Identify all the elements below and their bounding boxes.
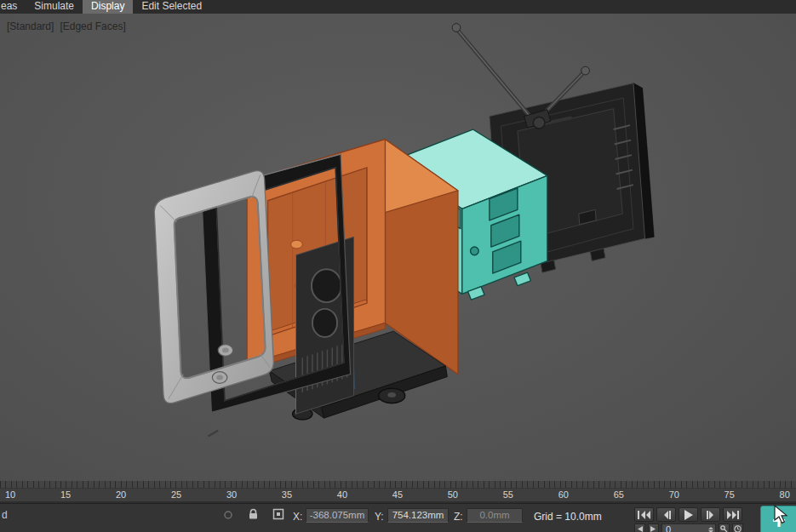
go-to-end-icon [726, 511, 740, 519]
current-frame-value: 0 [666, 524, 671, 532]
key-back-button[interactable] [634, 523, 645, 532]
y-coordinate-field[interactable]: 754.123mm [387, 508, 449, 523]
frame-tick: 25 [171, 489, 181, 500]
arrow-left-icon [637, 526, 643, 532]
key-forward-button[interactable] [648, 523, 659, 532]
prompt-text-partial: d [2, 509, 8, 521]
previous-frame-icon [661, 511, 672, 519]
timeline: 10 15 20 25 30 35 40 45 50 55 60 65 70 7… [0, 481, 796, 503]
frame-tick: 80 [780, 489, 790, 500]
tab-simulate[interactable]: Simulate [26, 0, 83, 14]
grid-origin-mark [208, 431, 218, 437]
x-coordinate-label: X: [293, 511, 302, 523]
playback-controls [634, 507, 742, 522]
frame-tick: 60 [558, 489, 569, 500]
time-configuration-button[interactable] [732, 523, 743, 532]
exploded-tv-model [0, 14, 796, 481]
z-coordinate-field[interactable]: 0.0mm [467, 508, 523, 523]
isolate-selection-icon[interactable] [223, 510, 233, 523]
tab-partial[interactable]: eas [0, 0, 26, 14]
frame-tick: 20 [116, 489, 126, 500]
frame-spinner[interactable] [707, 524, 714, 532]
key-mode-icon [720, 525, 728, 532]
next-frame-button[interactable] [701, 507, 720, 522]
go-to-end-button[interactable] [723, 507, 742, 522]
previous-frame-button[interactable] [656, 507, 676, 522]
frame-tick: 35 [282, 489, 292, 500]
current-frame-field[interactable]: 0 [661, 523, 716, 532]
frame-controls-row: 0 [634, 523, 743, 532]
arrow-right-icon [650, 526, 656, 532]
x-coordinate-field[interactable]: -368.075mm [306, 508, 369, 523]
z-coordinate-label: Z: [454, 511, 463, 523]
absolute-mode-icon[interactable] [272, 508, 284, 523]
frame-tick: 70 [669, 489, 679, 500]
next-frame-icon [706, 511, 716, 519]
ribbon-tab-bar: eas Simulate Display Edit Selected [0, 0, 796, 14]
frame-tick: 10 [5, 489, 15, 500]
selection-lock-icon[interactable] [248, 508, 259, 523]
frame-tick: 50 [448, 489, 458, 500]
go-to-start-button[interactable] [634, 507, 654, 522]
timeline-labels: 10 15 20 25 30 35 40 45 50 55 60 65 70 7… [0, 488, 796, 501]
play-button[interactable] [679, 507, 698, 522]
viewport-label: [Standard] [Edged Faces] [7, 20, 126, 32]
add-button[interactable]: + [760, 506, 796, 532]
frame-tick: 45 [392, 489, 403, 500]
tab-display[interactable]: Display [83, 0, 133, 14]
tab-edit-selected[interactable]: Edit Selected [133, 0, 210, 14]
key-mode-button[interactable] [719, 523, 730, 532]
frame-tick: 65 [614, 489, 624, 500]
grid-spacing-label: Grid = 10.0mm [534, 511, 602, 523]
status-bar: d X: -368.075mm Y: 754.123mm Z: 0.0mm Gr… [0, 503, 796, 532]
frame-tick: 15 [60, 489, 71, 500]
go-to-start-icon [638, 511, 651, 519]
3ds-max-window: eas Simulate Display Edit Selected [Stan… [0, 0, 796, 532]
play-icon [684, 510, 694, 520]
viewport-shading-label[interactable]: [Standard] [7, 20, 54, 32]
viewport-edged-faces-label[interactable]: [Edged Faces] [60, 20, 125, 32]
frame-tick: 75 [724, 489, 735, 500]
frame-tick: 40 [337, 489, 347, 500]
frame-tick: 30 [226, 489, 237, 500]
time-config-clock-icon [734, 525, 742, 532]
viewport[interactable]: [Standard] [Edged Faces] [0, 14, 796, 481]
frame-tick: 55 [503, 489, 513, 500]
y-coordinate-label: Y: [375, 511, 384, 523]
